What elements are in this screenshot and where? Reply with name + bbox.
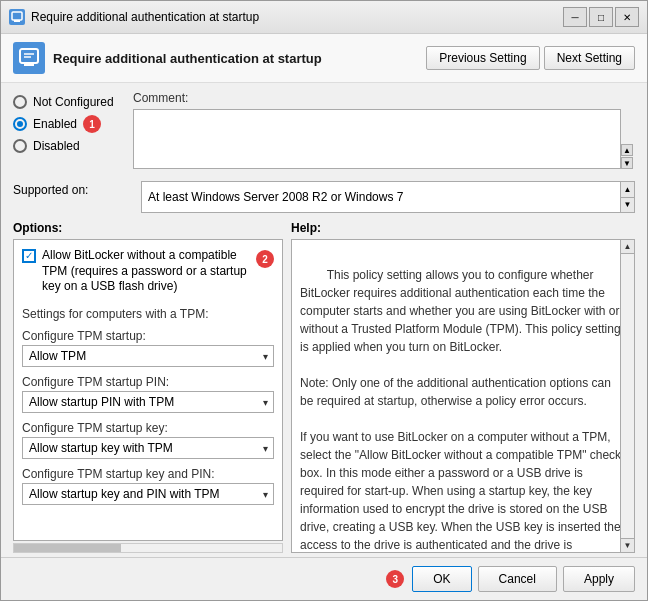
options-title: Options:: [13, 221, 283, 235]
ok-button[interactable]: OK: [412, 566, 471, 592]
tpm-key-group: Configure TPM startup key: Allow startup…: [22, 421, 274, 459]
supported-row: Supported on: At least Windows Server 20…: [1, 177, 647, 221]
prev-setting-button[interactable]: Previous Setting: [426, 46, 539, 70]
tpm-pin-wrapper: Allow startup PIN with TPM Require start…: [22, 391, 274, 413]
comment-scroll-up[interactable]: ▲: [621, 144, 633, 156]
title-bar: Require additional authentication at sta…: [1, 1, 647, 34]
radio-disabled-label: Disabled: [33, 139, 80, 153]
svg-rect-3: [24, 63, 34, 66]
comment-scroll-down[interactable]: ▼: [621, 157, 633, 169]
minimize-button[interactable]: ─: [563, 7, 587, 27]
tpm-key-label: Configure TPM startup key:: [22, 421, 274, 435]
tpm-pin-label: Configure TPM startup PIN:: [22, 375, 274, 389]
tpm-key-pin-select[interactable]: Allow startup key and PIN with TPM Requi…: [22, 483, 274, 505]
svg-rect-1: [14, 20, 20, 22]
tpm-settings-label: Settings for computers with a TPM:: [22, 307, 274, 321]
tpm-key-wrapper: Allow startup key with TPM Require start…: [22, 437, 274, 459]
comment-section: Comment:: [133, 91, 621, 169]
radio-disabled[interactable]: Disabled: [13, 139, 133, 153]
sections-row: Options: ✓ Allow BitLocker without a com…: [1, 221, 647, 557]
radio-enabled-circle: [13, 117, 27, 131]
apply-button[interactable]: Apply: [563, 566, 635, 592]
help-box: This policy setting allows you to config…: [291, 239, 635, 553]
comment-label: Comment:: [133, 91, 621, 105]
ok-badge: 3: [386, 570, 404, 588]
radio-section: Not Configured Enabled 1 Disabled: [13, 91, 133, 169]
bitlocker-checkbox-label: Allow BitLocker without a compatible TPM…: [42, 248, 252, 295]
tpm-startup-select[interactable]: Allow TPM Require TPM Do not allow TPM: [22, 345, 274, 367]
bitlocker-checkbox-item: ✓ Allow BitLocker without a compatible T…: [22, 248, 274, 295]
supported-value: At least Windows Server 2008 R2 or Windo…: [141, 181, 635, 213]
help-scroll-up[interactable]: ▲: [621, 240, 634, 254]
tpm-key-pin-label: Configure TPM startup key and PIN:: [22, 467, 274, 481]
title-controls: ─ □ ✕: [563, 7, 639, 27]
cancel-button[interactable]: Cancel: [478, 566, 557, 592]
comment-textarea[interactable]: [133, 109, 621, 169]
window-icon: [9, 9, 25, 25]
radio-not-configured-label: Not Configured: [33, 95, 114, 109]
tpm-startup-label: Configure TPM startup:: [22, 329, 274, 343]
close-button[interactable]: ✕: [615, 7, 639, 27]
radio-not-configured-circle: [13, 95, 27, 109]
next-setting-button[interactable]: Next Setting: [544, 46, 635, 70]
tpm-key-select[interactable]: Allow startup key with TPM Require start…: [22, 437, 274, 459]
radio-disabled-circle: [13, 139, 27, 153]
header-title: Require additional authentication at sta…: [53, 51, 418, 66]
radio-enabled-label: Enabled: [33, 117, 77, 131]
help-title: Help:: [291, 221, 635, 235]
tpm-pin-group: Configure TPM startup PIN: Allow startup…: [22, 375, 274, 413]
window-title: Require additional authentication at sta…: [31, 10, 557, 24]
help-scroll-down[interactable]: ▼: [621, 538, 634, 552]
supported-scroll-down[interactable]: ▼: [621, 198, 634, 213]
header-row: Require additional authentication at sta…: [1, 34, 647, 83]
supported-scroll-up[interactable]: ▲: [621, 182, 634, 198]
ok-group: 3 OK: [386, 566, 471, 592]
enabled-badge: 1: [83, 115, 101, 133]
checkmark-icon: ✓: [25, 251, 33, 261]
options-hscrollbar-thumb: [14, 544, 121, 552]
radio-not-configured[interactable]: Not Configured: [13, 95, 133, 109]
options-section: Options: ✓ Allow BitLocker without a com…: [13, 221, 283, 553]
main-window: Require additional authentication at sta…: [0, 0, 648, 601]
tpm-startup-wrapper: Allow TPM Require TPM Do not allow TPM: [22, 345, 274, 367]
help-text: This policy setting allows you to config…: [300, 268, 627, 553]
radio-enabled-dot: [17, 121, 23, 127]
tpm-startup-group: Configure TPM startup: Allow TPM Require…: [22, 329, 274, 367]
supported-label: Supported on:: [13, 181, 133, 197]
options-badge: 2: [256, 250, 274, 268]
svg-rect-0: [12, 12, 22, 20]
nav-buttons: Previous Setting Next Setting: [426, 46, 635, 70]
bottom-bar: 3 OK Cancel Apply: [1, 557, 647, 600]
radio-comment-section: Not Configured Enabled 1 Disabled Commen…: [1, 83, 647, 177]
tpm-pin-select[interactable]: Allow startup PIN with TPM Require start…: [22, 391, 274, 413]
maximize-button[interactable]: □: [589, 7, 613, 27]
options-box: ✓ Allow BitLocker without a compatible T…: [13, 239, 283, 541]
help-scrollbar-track: [621, 254, 634, 538]
svg-rect-2: [20, 49, 38, 63]
options-hscrollbar[interactable]: [13, 543, 283, 553]
bitlocker-checkbox[interactable]: ✓: [22, 249, 36, 263]
help-section: Help: This policy setting allows you to …: [291, 221, 635, 553]
tpm-key-pin-group: Configure TPM startup key and PIN: Allow…: [22, 467, 274, 505]
radio-enabled[interactable]: Enabled 1: [13, 115, 133, 133]
policy-icon: [13, 42, 45, 74]
tpm-key-pin-wrapper: Allow startup key and PIN with TPM Requi…: [22, 483, 274, 505]
